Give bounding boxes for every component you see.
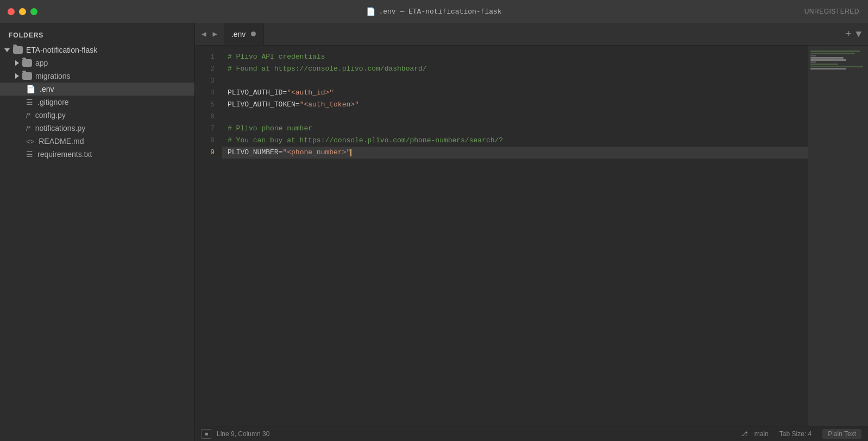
file-config-label: config.py [35,111,66,119]
sidebar-toggle-button[interactable]: ■ [202,429,211,439]
line-num-8: 8 [195,135,215,147]
folder-app-label: app [35,59,48,67]
git-branch-icon: ⎇ [740,430,748,438]
minimap-canvas [808,46,868,74]
tab-dropdown-button[interactable]: ▼ [856,29,861,40]
sidebar-item-readme[interactable]: <> README.md [0,135,194,148]
code-line-1: # Plivo API credentials [222,51,808,63]
active-tab[interactable]: .env [224,23,264,45]
file-gitignore-label: .gitignore [37,98,69,106]
sidebar-item-app[interactable]: app [0,56,194,70]
code-line-4: PLIVO_AUTH_ID="<auth_id>" [222,87,808,99]
main-layout: FOLDERS ETA-notification-flask app migra… [0,23,868,441]
folder-icon [22,59,32,67]
tab-actions: + ▼ [845,23,868,45]
line-numbers: 1 2 3 4 5 6 7 8 9 [195,46,222,426]
doc-icon: 📄 [366,7,375,16]
file-list-icon: ☰ [26,150,33,159]
chevron-down-icon [4,48,10,52]
file-list-icon: ☰ [26,98,33,106]
code-line-2: # Found at https://console.plivo.com/das… [222,63,808,75]
file-py-icon: /* [26,124,31,133]
line-num-6: 6 [195,111,215,123]
line-num-5: 5 [195,99,215,111]
new-tab-button[interactable]: + [845,29,851,40]
status-right: ⎇ main Tab Size: 4 Plain Text [740,429,861,439]
sidebar-item-env[interactable]: 📄 .env [0,83,194,96]
file-notifications-label: notifications.py [35,124,86,133]
tab-size[interactable]: Tab Size: 4 [779,430,812,438]
code-line-5: PLIVO_AUTH_TOKEN="<auth_token>" [222,99,808,111]
nav-forward-arrow[interactable]: ▶ [210,28,219,40]
folder-icon [13,46,23,54]
line-num-9: 9 [195,147,215,159]
git-branch-name: main [754,430,769,438]
file-md-icon: <> [26,137,34,146]
sidebar-item-gitignore[interactable]: ☰ .gitignore [0,96,194,109]
minimize-button[interactable] [19,8,26,15]
editor-panel: ◀ ▶ .env + ▼ 1 2 3 4 5 6 7 8 [195,23,868,441]
maximize-button[interactable] [30,8,37,15]
line-num-4: 4 [195,87,215,99]
sidebar: FOLDERS ETA-notification-flask app migra… [0,23,194,441]
file-readme-label: README.md [39,137,84,146]
cursor-position[interactable]: Line 9, Column 30 [217,430,269,438]
language-mode[interactable]: Plain Text [822,429,861,439]
git-branch[interactable]: ⎇ main [740,430,768,438]
file-icon: 📄 [26,85,35,93]
tab-label: .env [231,30,246,39]
sidebar-item-root[interactable]: ETA-notification-flask [0,43,194,56]
tab-navigation: ◀ ▶ [195,23,224,45]
code-line-7: # Plivo phone number [222,123,808,135]
code-editor[interactable]: # Plivo API credentials # Found at https… [222,46,808,426]
code-line-6 [222,111,808,123]
window-title: 📄 .env — ETA-notification-flask [366,7,501,16]
file-requirements-label: requirements.txt [37,150,92,159]
sidebar-item-migrations[interactable]: migrations [0,70,194,83]
nav-back-arrow[interactable]: ◀ [199,28,208,40]
line-num-1: 1 [195,51,215,63]
line-num-3: 3 [195,75,215,87]
sidebar-item-requirements[interactable]: ☰ requirements.txt [0,148,194,161]
folder-migrations-label: migrations [35,72,71,80]
folder-icon [22,72,32,80]
root-folder-label: ETA-notification-flask [26,46,97,54]
minimap [808,46,868,426]
close-button[interactable] [8,8,15,15]
code-line-8: # You can buy at https://console.plivo.c… [222,135,808,147]
sidebar-item-notifications[interactable]: /* notifications.py [0,122,194,135]
unregistered-label: UNREGISTERED [804,8,859,15]
editor-area[interactable]: 1 2 3 4 5 6 7 8 9 # Plivo API credential… [195,46,868,426]
chevron-right-icon [15,60,19,66]
status-bar: ■ Line 9, Column 30 ⎇ main Tab Size: 4 P… [195,426,868,441]
line-num-2: 2 [195,63,215,75]
file-env-label: .env [40,85,54,93]
chevron-right-icon [15,73,19,79]
sidebar-item-config[interactable]: /* config.py [0,109,194,122]
status-left: ■ Line 9, Column 30 [202,429,269,439]
code-line-9: PLIVO_NUMBER="<phone_number>" [222,147,808,159]
sidebar-header: FOLDERS [0,23,194,43]
line-num-7: 7 [195,123,215,135]
code-line-3 [222,75,808,87]
tab-modified-dot [251,32,256,36]
tab-bar: ◀ ▶ .env + ▼ [195,23,868,46]
file-py-icon: /* [26,111,31,119]
titlebar: 📄 .env — ETA-notification-flask UNREGIST… [0,0,868,23]
window-controls [8,8,37,15]
